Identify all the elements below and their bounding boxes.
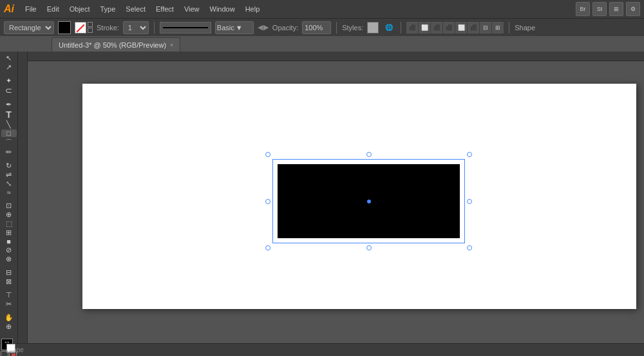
align-center-h[interactable]: ⬜ — [419, 22, 430, 33]
app-logo: Ai — [4, 3, 14, 15]
styles-label: Styles: — [342, 24, 363, 32]
handle-top-center[interactable] — [366, 152, 372, 157]
opacity-input[interactable] — [302, 21, 331, 34]
line-tool[interactable]: ╲ — [1, 120, 17, 129]
ruler-vertical — [18, 52, 28, 343]
fill-color[interactable] — [58, 21, 71, 34]
blend-arrows: ◀ ▶ — [258, 23, 269, 32]
pencil-tool[interactable]: ✏ — [1, 148, 17, 156]
mesh-tool[interactable]: ⊞ — [1, 229, 17, 237]
stock-btn[interactable]: St — [592, 2, 607, 16]
tab-title: Untitled-3* @ 50% (RGB/Preview) — [59, 41, 166, 49]
stroke-style[interactable] — [160, 22, 211, 33]
tabsbar: Untitled-3* @ 50% (RGB/Preview) × — [0, 36, 644, 52]
selection-border — [272, 159, 465, 243]
optionsbar: Rectangle Stroke: 123 Basic ▼ ◀ ▶ Opacit… — [0, 18, 644, 36]
blend-next[interactable]: ▶ — [263, 23, 269, 32]
settings-btn[interactable]: ⚙ — [626, 2, 640, 16]
blend-tool[interactable]: ⊗ — [1, 255, 17, 263]
align-top[interactable]: ⬛ — [443, 22, 455, 33]
statusbar: Shape — [0, 343, 644, 356]
handle-bot-left[interactable] — [265, 245, 270, 250]
menu-edit[interactable]: Edit — [43, 4, 64, 14]
select-tool[interactable]: ↖ — [1, 54, 17, 62]
shape-end-label: Shape — [515, 24, 535, 32]
distribute-v[interactable]: ⊞ — [492, 22, 504, 33]
swap-colors[interactable]: ↔ — [4, 338, 14, 346]
reflect-tool[interactable]: ⇌ — [1, 171, 17, 179]
globe-icon[interactable]: 🌐 — [383, 21, 395, 34]
handle-top-left[interactable] — [265, 152, 270, 157]
lasso-tool[interactable]: ⊂ — [1, 86, 17, 95]
ruler-horizontal — [18, 52, 644, 61]
stroke-width-select[interactable]: 123 — [123, 21, 149, 34]
style-preview[interactable] — [367, 22, 379, 33]
pen-tool[interactable]: ✒ — [1, 100, 17, 109]
canvas-area[interactable] — [18, 52, 644, 343]
perspective-grid-tool[interactable]: ⬚ — [1, 220, 17, 228]
gradient-tool[interactable]: ■ — [1, 238, 17, 245]
stroke-label: Stroke: — [97, 24, 119, 32]
scissors-tool[interactable]: ✂ — [1, 300, 17, 308]
document-tab[interactable]: Untitled-3* @ 50% (RGB/Preview) × — [52, 37, 180, 52]
align-bottom[interactable]: ⬛ — [468, 22, 479, 33]
opacity-label: Opacity: — [272, 24, 298, 32]
free-transform-tool[interactable]: ⊡ — [1, 201, 17, 210]
mode-group — [1, 351, 17, 356]
type-tool[interactable]: T — [1, 109, 17, 120]
handle-top-right[interactable] — [467, 152, 472, 157]
stroke-icon[interactable] — [75, 22, 86, 33]
eraser-tool[interactable]: ⊤ — [1, 291, 17, 299]
handle-mid-left[interactable] — [265, 199, 270, 204]
menubar: Ai File Edit Object Type Select Effect V… — [0, 0, 644, 18]
shape-selector[interactable]: Rectangle — [4, 21, 54, 34]
direct-select-tool[interactable]: ↗ — [1, 63, 17, 71]
handle-mid-right[interactable] — [467, 199, 472, 204]
blend-prev[interactable]: ◀ — [258, 23, 263, 32]
rotate-tool[interactable]: ↻ — [1, 162, 17, 170]
blend-mode[interactable]: Basic ▼ — [215, 21, 254, 34]
paintbrush-tool[interactable]: ⌒ — [1, 138, 17, 147]
eyedropper-tool[interactable]: ⊘ — [1, 246, 17, 254]
menu-window[interactable]: Window — [205, 4, 240, 14]
toolbar: ↖ ↗ ✦ ⊂ ✒ T ╲ □ ⌒ ✏ ↻ ⇌ ⤡ ≈ ⊡ ⊕ ⬚ ⊞ ■ ⊘ … — [0, 52, 18, 343]
bridge-btn[interactable]: Br — [576, 2, 590, 16]
arrange-btn[interactable]: ⊞ — [609, 2, 623, 16]
magic-wand-tool[interactable]: ✦ — [1, 77, 17, 85]
align-group: ⬛ ⬜ ⬛ ⬛ ⬜ ⬛ ⊟ ⊞ — [406, 22, 504, 33]
align-left[interactable]: ⬛ — [406, 22, 418, 33]
normal-mode[interactable] — [1, 351, 8, 356]
zoom-tool[interactable]: ⊕ — [1, 323, 17, 331]
handle-bot-right[interactable] — [467, 245, 472, 250]
distribute-h[interactable]: ⊟ — [480, 22, 491, 33]
menu-help[interactable]: Help — [241, 4, 265, 14]
shape-builder-tool[interactable]: ⊕ — [1, 211, 17, 219]
align-right[interactable]: ⬛ — [431, 22, 442, 33]
column-graph-tool[interactable]: ⊟ — [1, 268, 17, 277]
scale-tool[interactable]: ⤡ — [1, 180, 17, 188]
rectangle-tool[interactable]: □ — [1, 129, 17, 137]
tab-close-btn[interactable]: × — [170, 42, 173, 48]
stroke-down[interactable] — [88, 28, 93, 33]
hand-tool[interactable]: ✋ — [1, 314, 17, 322]
selected-rectangle[interactable] — [278, 164, 460, 238]
menu-file[interactable]: File — [21, 4, 41, 14]
artboard-tool[interactable]: ⊠ — [1, 277, 17, 286]
menu-object[interactable]: Object — [65, 4, 95, 14]
handle-center — [367, 200, 371, 203]
handle-bot-center[interactable] — [366, 245, 372, 250]
menu-select[interactable]: Select — [121, 4, 150, 14]
menu-type[interactable]: Type — [96, 4, 120, 14]
main-area: ↖ ↗ ✦ ⊂ ✒ T ╲ □ ⌒ ✏ ↻ ⇌ ⤡ ≈ ⊡ ⊕ ⬚ ⊞ ■ ⊘ … — [0, 52, 644, 343]
align-middle-v[interactable]: ⬜ — [455, 22, 467, 33]
menu-view[interactable]: View — [180, 4, 204, 14]
quick-mask-mode[interactable] — [9, 351, 17, 356]
stroke-up[interactable] — [88, 22, 93, 27]
menu-effect[interactable]: Effect — [151, 4, 178, 14]
artboard[interactable] — [82, 84, 636, 309]
warp-tool[interactable]: ≈ — [1, 189, 17, 196]
